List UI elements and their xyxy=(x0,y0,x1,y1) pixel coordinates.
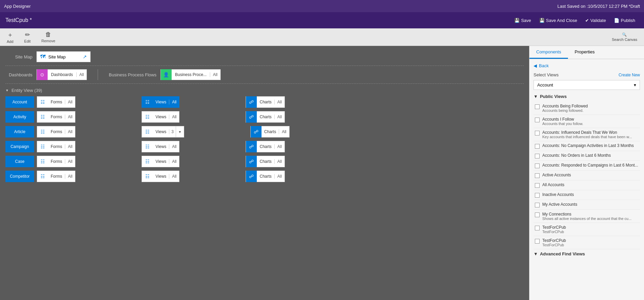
view-checkbox[interactable] xyxy=(535,183,540,188)
dashboards-chip[interactable]: ⊙ Dashboards All xyxy=(36,69,87,80)
view-checkbox[interactable] xyxy=(535,144,540,149)
entity-btn-campaign[interactable]: Campaign xyxy=(5,141,34,152)
entity-btn-case[interactable]: Case xyxy=(5,156,34,167)
view-item[interactable]: My Active Accounts xyxy=(534,200,640,210)
entity-row: Case ☷ Forms All ☷ Views All ☍ Charts Al… xyxy=(5,156,524,167)
forms-chip-activity[interactable]: ☷ Forms All xyxy=(37,111,75,123)
views-chip-campaign[interactable]: ☷ Views All xyxy=(142,141,179,152)
save-button[interactable]: 💾 Save xyxy=(511,17,535,24)
search-canvas-button[interactable]: 🔍 Search Canvas xyxy=(609,31,640,43)
view-checkbox[interactable] xyxy=(535,226,540,230)
charts-chip-activity[interactable]: ☍ Charts All xyxy=(246,111,285,123)
forms-chip-account[interactable]: ☷ Forms All xyxy=(37,96,75,108)
entity-btn-account[interactable]: Account xyxy=(5,96,34,108)
view-item-content: Accounts: Responded to Campaigns in Last… xyxy=(542,163,639,168)
advanced-find-views-header[interactable]: ▼ Advanced Find Views xyxy=(534,251,640,256)
view-item-desc: Accounts being followed. xyxy=(542,108,639,112)
view-item-desc: Accounts that you follow. xyxy=(542,122,639,126)
view-checkbox[interactable] xyxy=(535,164,540,168)
charts-chip-account[interactable]: ☍ Charts All xyxy=(246,96,285,108)
publish-button[interactable]: 📄 Publish xyxy=(611,17,639,24)
entity-row: Activity ☷ Forms All ☷ Views All ☍ Chart… xyxy=(5,111,524,123)
forms-badge: All xyxy=(65,144,75,149)
views-label: Views xyxy=(153,159,169,164)
charts-chip-competitor[interactable]: ☍ Charts All xyxy=(246,171,285,182)
view-checkbox[interactable] xyxy=(535,203,540,207)
charts-badge: All xyxy=(274,174,284,179)
view-checkbox[interactable] xyxy=(535,131,540,135)
view-item[interactable]: TestForCPub TestForCPub xyxy=(534,223,640,236)
remove-icon: 🗑 xyxy=(45,31,51,38)
view-item-content: All Accounts xyxy=(542,182,639,187)
save-and-close-button[interactable]: 💾 Save And Close xyxy=(536,17,581,24)
view-item-content: TestForCPub TestForCPub xyxy=(542,238,639,247)
panel-tabs: Components Properties xyxy=(529,46,644,59)
view-item[interactable]: TestForCPub TestForCPub xyxy=(534,236,640,249)
entity-btn-activity[interactable]: Activity xyxy=(5,111,34,123)
views-icon: ☷ xyxy=(142,141,153,152)
entity-row: Competitor ☷ Forms All ☷ Views All ☍ Cha… xyxy=(5,171,524,182)
view-item[interactable]: Accounts Being Followed Accounts being f… xyxy=(534,102,640,115)
forms-chip-campaign[interactable]: ☷ Forms All xyxy=(37,141,75,152)
charts-chip-campaign[interactable]: ☍ Charts All xyxy=(246,141,285,152)
view-item[interactable]: Accounts: Influenced Deals That We Won K… xyxy=(534,128,640,141)
bpf-icon: 👤 xyxy=(161,69,172,80)
views-dropdown-btn[interactable]: ▼ xyxy=(176,126,184,138)
view-checkbox[interactable] xyxy=(535,193,540,198)
tab-components[interactable]: Components xyxy=(529,46,568,59)
view-item-title: My Active Accounts xyxy=(542,202,639,207)
forms-chip-competitor[interactable]: ☷ Forms All xyxy=(37,171,75,182)
entity-row: Campaign ☷ Forms All ☷ Views All ☍ Chart… xyxy=(5,141,524,152)
view-item[interactable]: Inactive Accounts xyxy=(534,190,640,200)
view-checkbox[interactable] xyxy=(535,154,540,158)
remove-button[interactable]: 🗑 Remove xyxy=(39,30,58,44)
forms-icon: ☷ xyxy=(37,156,48,167)
create-new-link[interactable]: Create New xyxy=(619,73,640,77)
views-chip-case[interactable]: ☷ Views All xyxy=(142,156,179,167)
entity-btn-article[interactable]: Article xyxy=(5,126,34,138)
public-views-header[interactable]: ▼ Public Views xyxy=(534,94,640,99)
view-checkbox[interactable] xyxy=(535,118,540,122)
view-item[interactable]: Accounts I Follow Accounts that you foll… xyxy=(534,115,640,128)
public-views-collapse-icon: ▼ xyxy=(534,94,538,99)
page-title: TestCpub * xyxy=(5,17,32,23)
validate-button[interactable]: ✔ Validate xyxy=(582,17,609,24)
charts-chip-case[interactable]: ☍ Charts All xyxy=(246,156,285,167)
forms-badge: All xyxy=(65,159,75,164)
bpf-chip[interactable]: 👤 Business Proce... All xyxy=(160,69,221,80)
edit-button[interactable]: ✏ Edit xyxy=(22,30,33,45)
view-checkbox[interactable] xyxy=(535,239,540,244)
view-checkbox[interactable] xyxy=(535,173,540,178)
forms-chip-case[interactable]: ☷ Forms All xyxy=(37,156,75,167)
tab-properties[interactable]: Properties xyxy=(568,46,601,59)
views-chip-account[interactable]: ☷ Views All xyxy=(142,96,179,108)
back-link[interactable]: ◀ Back xyxy=(534,63,640,68)
view-item[interactable]: Accounts: Responded to Campaigns in Last… xyxy=(534,161,640,171)
toolbar: ＋ Add ✏ Edit 🗑 Remove 🔍 Search Canvas xyxy=(0,28,644,46)
view-item[interactable]: Accounts: No Orders in Last 6 Months xyxy=(534,151,640,161)
view-item-content: Accounts: Influenced Deals That We Won K… xyxy=(542,130,639,139)
view-checkbox[interactable] xyxy=(535,212,540,217)
view-item-title: TestForCPub xyxy=(542,225,639,230)
canvas-area[interactable]: Site Map 🗺 Site Map ↗ Dashboards ⊙ Dashb… xyxy=(0,46,529,300)
advanced-find-label: Advanced Find Views xyxy=(540,251,585,256)
views-chip-activity[interactable]: ☷ Views All xyxy=(142,111,179,123)
view-item[interactable]: Accounts: No Campaign Activities in Last… xyxy=(534,141,640,151)
view-checkbox[interactable] xyxy=(535,104,540,109)
entity-btn-competitor[interactable]: Competitor xyxy=(5,171,34,182)
add-button[interactable]: ＋ Add xyxy=(4,29,16,45)
view-item-title: All Accounts xyxy=(542,182,639,187)
views-icon: ☷ xyxy=(142,126,153,138)
view-item[interactable]: All Accounts xyxy=(534,180,640,190)
charts-badge: All xyxy=(274,115,284,119)
entity-section-header[interactable]: ▼ Entity View (39) xyxy=(5,88,524,93)
forms-chip-article[interactable]: ☷ Forms All xyxy=(37,126,75,138)
forms-label: Forms xyxy=(48,115,65,119)
site-map-box[interactable]: 🗺 Site Map ↗ xyxy=(36,51,91,62)
charts-chip-article[interactable]: ☍ Charts All xyxy=(250,126,290,138)
view-item[interactable]: Active Accounts xyxy=(534,171,640,180)
views-chip-article[interactable]: ☷ Views 3 ▼ xyxy=(142,126,184,138)
views-chip-competitor[interactable]: ☷ Views All xyxy=(142,171,179,182)
account-dropdown[interactable]: Account ▾ xyxy=(534,80,640,90)
view-item[interactable]: My Connections Shows all active instance… xyxy=(534,210,640,223)
